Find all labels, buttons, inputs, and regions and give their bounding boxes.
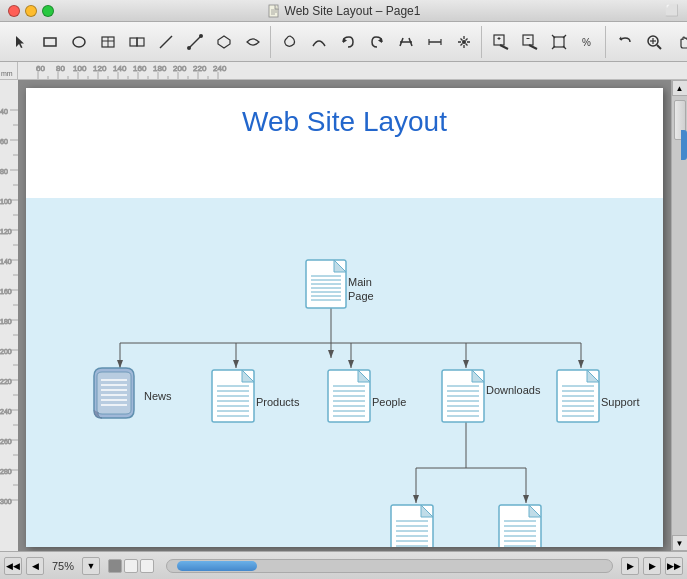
svg-rect-29 bbox=[523, 35, 533, 45]
svg-text:180: 180 bbox=[153, 64, 167, 73]
page-indicator-2[interactable] bbox=[124, 559, 138, 573]
tool-group-view bbox=[608, 26, 687, 58]
ruler-vertical: 40 60 80 100 120 140 160 180 200 220 240… bbox=[0, 80, 18, 551]
bottom-bar: ◀◀ ◀ 75% ▼ ▶ ▶ ▶▶ bbox=[0, 551, 687, 579]
fromhttp-node: From HTTP bbox=[495, 505, 552, 547]
svg-text:Support: Support bbox=[601, 396, 640, 408]
arc-tool[interactable] bbox=[305, 28, 333, 56]
svg-point-14 bbox=[199, 34, 203, 38]
minimize-button[interactable] bbox=[25, 5, 37, 17]
svg-text:160: 160 bbox=[0, 288, 12, 295]
downloads-node: Downloads bbox=[442, 370, 541, 422]
group-tool[interactable] bbox=[123, 28, 151, 56]
document-icon bbox=[267, 4, 281, 18]
svg-rect-4 bbox=[44, 38, 56, 46]
resize-icon[interactable]: ⬜ bbox=[665, 4, 679, 17]
canvas-page[interactable]: Web Site Layout bbox=[26, 88, 663, 547]
svg-text:220: 220 bbox=[0, 378, 12, 385]
zoom-in-tool[interactable] bbox=[640, 28, 668, 56]
svg-text:100: 100 bbox=[73, 64, 87, 73]
fromftp-node: From FTP bbox=[389, 505, 439, 547]
svg-point-13 bbox=[187, 46, 191, 50]
svg-rect-10 bbox=[137, 38, 144, 46]
scroll-up-button[interactable]: ▲ bbox=[672, 80, 688, 96]
page-prev-button[interactable]: ◀ bbox=[26, 557, 44, 575]
trim-tool[interactable] bbox=[392, 28, 420, 56]
tool-group-selection bbox=[4, 26, 271, 58]
diagram-area: Main Page bbox=[26, 198, 663, 547]
zoom-out-area-tool[interactable] bbox=[516, 28, 544, 56]
svg-text:240: 240 bbox=[213, 64, 227, 73]
shape-tool-a[interactable] bbox=[210, 28, 238, 56]
svg-text:News: News bbox=[144, 390, 172, 402]
svg-line-11 bbox=[160, 36, 172, 48]
svg-text:100: 100 bbox=[0, 198, 12, 205]
horizontal-scrollbar[interactable] bbox=[166, 559, 613, 573]
svg-point-24 bbox=[462, 40, 466, 44]
measure-tool[interactable] bbox=[421, 28, 449, 56]
canvas-wrapper[interactable]: Web Site Layout bbox=[18, 80, 687, 551]
maximize-button[interactable] bbox=[42, 5, 54, 17]
close-button[interactable] bbox=[8, 5, 20, 17]
page-next-button[interactable]: ▶ bbox=[643, 557, 661, 575]
shape-tool-b[interactable] bbox=[239, 28, 267, 56]
svg-text:Main: Main bbox=[348, 276, 372, 288]
zoom-decrease-button[interactable]: ▼ bbox=[82, 557, 100, 575]
toolbar: % bbox=[0, 22, 687, 62]
svg-text:200: 200 bbox=[173, 64, 187, 73]
svg-line-40 bbox=[657, 45, 661, 49]
ellipse-tool[interactable] bbox=[65, 28, 93, 56]
page-indicator-3[interactable] bbox=[140, 559, 154, 573]
diagram-svg: Main Page bbox=[26, 198, 663, 547]
svg-text:220: 220 bbox=[193, 64, 207, 73]
svg-text:%: % bbox=[582, 37, 591, 48]
svg-text:60: 60 bbox=[0, 138, 8, 145]
svg-text:80: 80 bbox=[56, 64, 65, 73]
scroll-down-button[interactable]: ▼ bbox=[672, 535, 688, 551]
connect-tool[interactable] bbox=[181, 28, 209, 56]
rectangle-tool[interactable] bbox=[36, 28, 64, 56]
svg-text:80: 80 bbox=[0, 168, 8, 175]
ruler-corner: mm bbox=[0, 62, 18, 80]
hand-tool[interactable] bbox=[669, 28, 687, 56]
svg-text:160: 160 bbox=[133, 64, 147, 73]
svg-text:200: 200 bbox=[0, 348, 12, 355]
svg-rect-32 bbox=[554, 37, 564, 47]
diagram-title: Web Site Layout bbox=[26, 88, 663, 138]
page-last-button[interactable]: ▶▶ bbox=[665, 557, 683, 575]
svg-text:Page: Page bbox=[348, 290, 374, 302]
window-controls bbox=[8, 5, 54, 17]
svg-rect-73 bbox=[0, 80, 18, 551]
ruler-area: mm 60 80 100 120 140 160 180 200 220 240 bbox=[0, 62, 687, 80]
diagram-content: Web Site Layout bbox=[26, 88, 663, 547]
svg-text:280: 280 bbox=[0, 468, 12, 475]
undo-button[interactable] bbox=[334, 28, 362, 56]
fit-page-tool[interactable] bbox=[545, 28, 573, 56]
support-node: Support bbox=[557, 370, 640, 422]
title-area: Web Site Layout bbox=[26, 88, 663, 198]
page-first-button[interactable]: ◀◀ bbox=[4, 557, 22, 575]
tool-group-edit bbox=[273, 26, 482, 58]
main-content-area: 40 60 80 100 120 140 160 180 200 220 240… bbox=[0, 80, 687, 551]
table-tool[interactable] bbox=[94, 28, 122, 56]
svg-text:60: 60 bbox=[36, 64, 45, 73]
page-tab[interactable] bbox=[681, 130, 687, 160]
svg-text:120: 120 bbox=[93, 64, 107, 73]
scroll-track-vertical[interactable] bbox=[672, 96, 687, 535]
horizontal-scroll-thumb[interactable] bbox=[177, 561, 257, 571]
pan-tool[interactable] bbox=[450, 28, 478, 56]
page-indicator-1[interactable] bbox=[108, 559, 122, 573]
cursor-tool[interactable] bbox=[7, 28, 35, 56]
lasso-tool[interactable] bbox=[276, 28, 304, 56]
redo-button[interactable] bbox=[363, 28, 391, 56]
svg-text:180: 180 bbox=[0, 318, 12, 325]
refresh-tool[interactable] bbox=[611, 28, 639, 56]
svg-text:300: 300 bbox=[0, 498, 12, 505]
svg-text:240: 240 bbox=[0, 408, 12, 415]
scroll-right-button[interactable]: ▶ bbox=[621, 557, 639, 575]
zoom-percent-tool[interactable]: % bbox=[574, 28, 602, 56]
svg-text:Downloads: Downloads bbox=[486, 384, 541, 396]
zoom-in-area-tool[interactable] bbox=[487, 28, 515, 56]
news-node: News bbox=[94, 368, 172, 418]
line-tool[interactable] bbox=[152, 28, 180, 56]
